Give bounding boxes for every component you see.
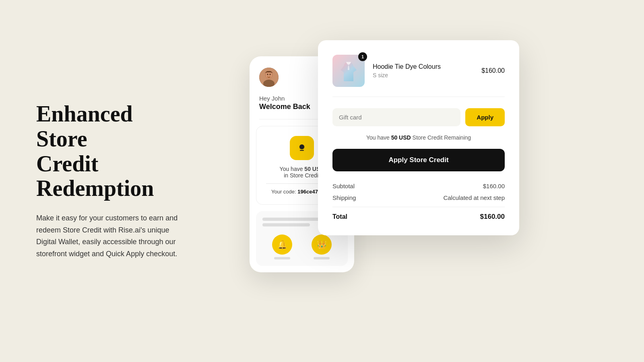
apply-store-credit-button[interactable]: Apply Store Credit <box>332 149 505 171</box>
notification-icon: 🔔 <box>272 234 292 255</box>
notification-icon-wrapper[interactable]: 🔔 <box>272 234 292 259</box>
svg-point-7 <box>299 144 304 149</box>
total-row: Total $160.00 <box>332 213 505 221</box>
total-value: $160.00 <box>480 213 505 221</box>
checkout-card: 1 <box>318 40 519 235</box>
shipping-row: Shipping Calculated at next step <box>332 194 505 201</box>
shipping-value: Calculated at next step <box>443 194 505 201</box>
main-title: Enhanced Store Credit Redemption <box>36 102 189 201</box>
product-info: Hoodie Tie Dye Colours S size <box>373 63 473 78</box>
skeleton-line-2 <box>262 223 310 226</box>
product-variant: S size <box>373 72 473 78</box>
product-row: 1 <box>332 55 505 97</box>
store-credit-amount: 50 USD <box>391 134 411 141</box>
product-price: $160.00 <box>481 67 505 74</box>
total-label: Total <box>332 213 347 220</box>
wallet-icon <box>290 136 314 160</box>
bottom-icons: 🔔 👑 <box>262 234 341 259</box>
subtotal-value: $160.00 <box>483 183 505 189</box>
crown-label-bar <box>314 257 330 259</box>
skeleton-line-1 <box>262 218 326 221</box>
svg-rect-8 <box>300 150 304 151</box>
subtotal-label: Subtotal <box>332 183 355 189</box>
left-section: Enhanced Store Credit Redemption Make it… <box>0 70 225 292</box>
svg-point-4 <box>267 74 268 75</box>
crown-icon-wrapper[interactable]: 👑 <box>312 234 332 259</box>
apply-button[interactable]: Apply <box>465 108 505 126</box>
description-text: Make it easy for your customers to earn … <box>36 212 189 260</box>
right-section: Hey John Welcome Back You have 50 USD in… <box>225 0 644 362</box>
avatar <box>259 68 279 87</box>
svg-point-5 <box>270 74 271 75</box>
product-name: Hoodie Tie Dye Colours <box>373 63 473 70</box>
product-badge: 1 <box>358 52 367 61</box>
gift-card-input[interactable] <box>332 108 460 126</box>
store-credit-info: You have 50 USD Store Credit Remaining <box>332 134 505 141</box>
order-divider <box>332 207 505 207</box>
shipping-label: Shipping <box>332 194 356 201</box>
product-image-wrapper: 1 <box>332 55 365 87</box>
crown-icon: 👑 <box>312 234 332 255</box>
gift-card-row: Apply <box>332 108 505 126</box>
notification-label-bar <box>274 257 290 259</box>
subtotal-row: Subtotal $160.00 <box>332 183 505 189</box>
